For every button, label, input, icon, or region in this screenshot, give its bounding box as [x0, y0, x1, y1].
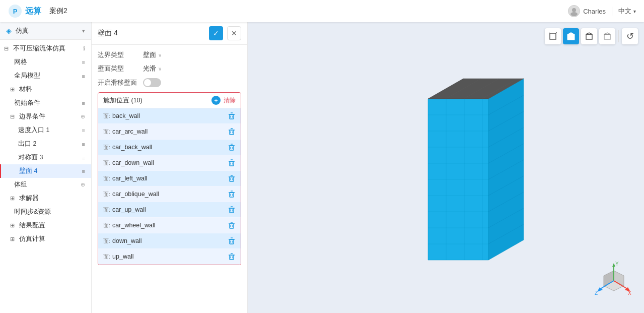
svg-rect-14: [230, 146, 234, 150]
wireframe-btn[interactable]: [581, 28, 597, 44]
location-delete-button[interactable]: [228, 221, 236, 229]
language-selector[interactable]: 中文 ▾: [618, 7, 636, 16]
location-delete-button[interactable]: [228, 237, 236, 245]
panel-title: 壁面 4: [98, 29, 205, 38]
topbar-right: Charles 中文 ▾: [568, 5, 636, 17]
close-icon: ✕: [231, 29, 237, 37]
sidebar-item-global-model[interactable]: 全局模型 ≡: [0, 69, 91, 83]
reset-view-button[interactable]: ↺: [622, 28, 638, 44]
transparent-btn[interactable]: [599, 28, 615, 44]
plus-icon: +: [214, 97, 218, 104]
menu-icon[interactable]: ≡: [82, 168, 85, 174]
expand-icon: ⊞: [10, 86, 17, 93]
add-icon[interactable]: ⊕: [81, 113, 85, 120]
sliding-wall-label: 开启滑移壁面: [98, 79, 143, 87]
location-item-name: 面:car_oblique_wall: [103, 191, 228, 198]
confirm-button[interactable]: ✓: [209, 26, 223, 40]
location-delete-button[interactable]: [228, 206, 236, 214]
wall-type-value: 光滑: [143, 65, 156, 73]
sidebar-dropdown-icon[interactable]: ▾: [82, 28, 85, 34]
solid-icon: [566, 32, 576, 41]
wall-type-select[interactable]: 光滑 ∨: [143, 65, 241, 73]
menu-icon[interactable]: ≡: [82, 59, 85, 66]
3d-model: [413, 58, 524, 277]
svg-marker-65: [488, 79, 524, 260]
sidebar-item-boundary-cond[interactable]: ⊟ 边界条件 ⊕: [0, 110, 91, 123]
sidebar-item-symmetry[interactable]: 对称面 3 ≡: [0, 151, 91, 164]
location-list-item: 面:car_back_wall: [98, 140, 241, 155]
sidebar-item-label: 速度入口 1: [18, 126, 49, 135]
sidebar-item-initial-cond[interactable]: 初始条件 ≡: [0, 96, 91, 110]
sidebar-item-solver[interactable]: ⊞ 求解器: [0, 192, 91, 205]
svg-line-55: [549, 32, 550, 33]
sidebar-item-label: 边界条件: [19, 112, 45, 121]
trash-icon: [228, 237, 236, 245]
wireframe-icon: [585, 32, 594, 41]
expand-icon: ⊞: [10, 222, 17, 229]
reset-icon: ↺: [626, 31, 634, 42]
location-list-item: 面:car_up_wall: [98, 202, 241, 218]
location-prefix: 面:: [103, 144, 110, 150]
location-list-item: 面:car_wheel_wall: [98, 218, 241, 233]
chevron-down-icon: ∨: [158, 66, 162, 72]
user-menu[interactable]: Charles: [568, 5, 606, 17]
location-item-name: 面:up_wall: [103, 253, 228, 261]
axis-indicator: Y Z X: [594, 261, 634, 303]
info-icon[interactable]: ℹ: [83, 45, 85, 52]
sidebar-item-result-config[interactable]: ⊞ 结果配置: [0, 219, 91, 232]
cancel-button[interactable]: ✕: [227, 26, 241, 40]
location-delete-button[interactable]: [228, 159, 236, 167]
location-add-button[interactable]: +: [211, 96, 221, 105]
boundary-type-select[interactable]: 壁面 ∨: [143, 51, 241, 59]
svg-rect-39: [230, 224, 234, 228]
sidebar-header-label: 仿真: [16, 26, 78, 35]
expand-icon: ⊞: [10, 195, 17, 202]
location-prefix: 面:: [103, 207, 110, 213]
location-clear-button[interactable]: 清除: [224, 96, 236, 105]
sidebar-item-sim-calc[interactable]: ⊞ 仿真计算: [0, 232, 91, 246]
sliding-wall-toggle[interactable]: [143, 78, 161, 87]
location-delete-button[interactable]: [228, 128, 236, 136]
username: Charles: [583, 8, 606, 15]
menu-icon[interactable]: ≡: [82, 141, 85, 147]
sidebar-item-time-resources[interactable]: 时间步&资源: [0, 205, 91, 219]
location-delete-button[interactable]: [228, 190, 236, 198]
menu-icon[interactable]: ≡: [82, 73, 85, 79]
location-delete-button[interactable]: [228, 112, 236, 120]
topbar: P 远算 案例2 Charles 中文 ▾: [0, 0, 644, 22]
solid-view-btn[interactable]: [563, 28, 579, 44]
sidebar-item-incompressible[interactable]: ⊟ 不可压缩流体仿真 ℹ: [0, 42, 91, 55]
trash-icon: [228, 221, 236, 229]
toolbar-3d: ↺: [545, 28, 638, 44]
panel-header: 壁面 4 ✓ ✕: [92, 22, 247, 45]
sidebar-item-label: 全局模型: [14, 72, 40, 80]
trash-icon: [228, 253, 236, 261]
add-icon[interactable]: ⊕: [81, 181, 85, 188]
form-row-boundary-type: 边界类型 壁面 ∨: [98, 51, 241, 59]
sidebar-item-label: 壁面 4: [19, 167, 37, 175]
logo-text: 远算: [25, 6, 41, 17]
wall-type-label: 壁面类型: [98, 65, 143, 73]
sidebar-item-wall4[interactable]: 壁面 4 ≡: [0, 164, 91, 178]
location-delete-button[interactable]: [228, 143, 236, 151]
sidebar-item-outlet[interactable]: 出口 2 ≡: [0, 137, 91, 151]
sidebar-item-label: 出口 2: [18, 140, 36, 148]
location-delete-button[interactable]: [228, 174, 236, 182]
location-list-item: 面:car_down_wall: [98, 155, 241, 171]
panel-area: 壁面 4 ✓ ✕ 边界类型 壁面 ∨ 壁面类型 光滑 ∨: [92, 22, 248, 313]
main-layout: ◈ 仿真 ▾ ⊟ 不可压缩流体仿真 ℹ 网格 ≡ 全局模型 ≡: [0, 22, 644, 313]
menu-icon[interactable]: ≡: [82, 155, 85, 161]
perspective-btn[interactable]: [545, 28, 561, 44]
sidebar-item-mesh[interactable]: 网格 ≡: [0, 55, 91, 69]
location-list: 面:back_wall 面:car_arc_wall: [98, 108, 241, 265]
menu-icon[interactable]: ≡: [82, 100, 85, 106]
location-delete-button[interactable]: [228, 253, 236, 261]
menu-icon[interactable]: ≡: [82, 128, 85, 134]
sidebar-item-material[interactable]: ⊞ 材料: [0, 83, 91, 96]
svg-marker-63: [604, 33, 610, 34]
sidebar-item-velocity-inlet[interactable]: 速度入口 1 ≡: [0, 123, 91, 137]
svg-rect-62: [604, 34, 610, 39]
box-3d-svg: [413, 58, 524, 275]
location-header: 施加位置 (10) + 清除: [98, 93, 241, 108]
sidebar-item-body-group[interactable]: 体组 ⊕: [0, 178, 91, 192]
